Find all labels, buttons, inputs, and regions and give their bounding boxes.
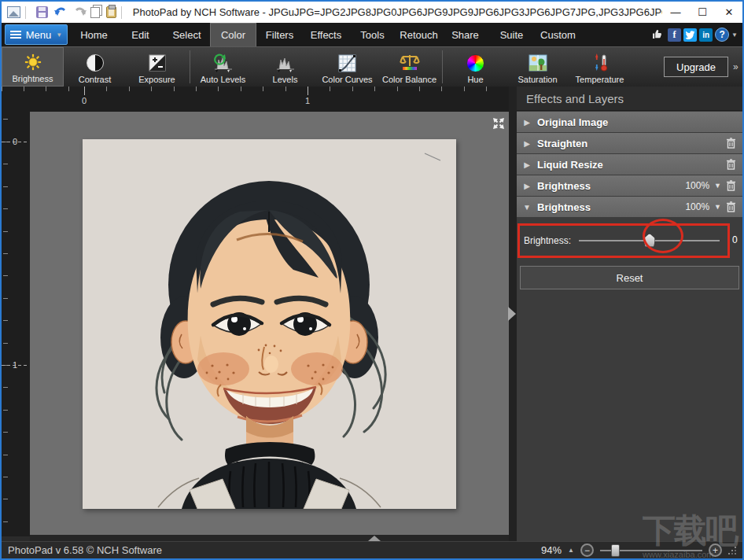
panel-collapse-arrow[interactable] xyxy=(508,307,516,321)
zoom-slider-handle[interactable] xyxy=(611,544,620,557)
tab-retouch[interactable]: Retouch xyxy=(396,23,442,46)
opacity-dropdown[interactable]: 100% xyxy=(685,201,709,212)
photo-image[interactable] xyxy=(83,139,456,509)
chevron-right-icon[interactable]: ▶ xyxy=(517,160,537,169)
linkedin-icon[interactable]: in xyxy=(699,28,713,42)
trash-icon[interactable] xyxy=(726,180,736,191)
portrait-illustration xyxy=(83,139,456,509)
zoom-dropdown-caret[interactable]: ▲ xyxy=(568,547,574,554)
vertical-ruler: 0 1 xyxy=(2,112,30,536)
undo-icon[interactable] xyxy=(53,5,68,20)
chevron-right-icon[interactable]: ▶ xyxy=(517,182,537,190)
divider xyxy=(190,50,190,83)
chevron-down-icon[interactable]: ▼ xyxy=(714,203,721,211)
app-icon xyxy=(7,6,20,18)
close-button[interactable]: ✕ xyxy=(716,2,742,22)
tab-filters[interactable]: Filters xyxy=(256,23,303,46)
canvas-bottom-strip xyxy=(30,535,509,541)
tab-effects[interactable]: Effects xyxy=(303,23,349,46)
maximize-button[interactable]: ☐ xyxy=(689,2,716,22)
tab-suite[interactable]: Suite xyxy=(488,23,535,46)
layer-liquid-resize[interactable]: ▶ Liquid Resize xyxy=(517,154,742,175)
scroll-up-arrow[interactable] xyxy=(368,536,381,541)
hruler-label-1: 1 xyxy=(305,96,310,105)
copy-icon[interactable] xyxy=(90,7,100,18)
tab-select[interactable]: Select xyxy=(164,23,210,46)
horizontal-ruler: 0 1 xyxy=(2,87,509,112)
levels-icon xyxy=(275,53,296,73)
minimize-button[interactable]: — xyxy=(662,2,689,22)
facebook-icon[interactable]: f xyxy=(668,28,681,42)
tab-share[interactable]: Share xyxy=(442,23,488,46)
tool-saturation[interactable]: Saturation xyxy=(506,47,569,87)
like-icon[interactable] xyxy=(652,27,665,43)
zoom-in-button[interactable]: + xyxy=(709,543,722,557)
auto-levels-icon xyxy=(213,53,234,73)
temperature-icon xyxy=(591,53,609,73)
reset-button[interactable]: Reset xyxy=(520,266,739,289)
tool-hue[interactable]: Hue xyxy=(444,47,506,87)
chevron-down-icon[interactable]: ▼ xyxy=(714,182,721,190)
tool-brightness[interactable]: Brightness xyxy=(2,47,64,87)
toolbar-overflow-chevron[interactable]: » xyxy=(733,61,738,72)
twitter-icon[interactable] xyxy=(683,28,697,42)
tab-color[interactable]: Color xyxy=(210,23,256,46)
brightness-slider-label: Brightness: xyxy=(524,235,571,246)
tool-temperature[interactable]: Temperature xyxy=(569,47,631,87)
vruler-label-1: 1 xyxy=(13,360,17,370)
tool-exposure[interactable]: Exposure xyxy=(126,47,188,87)
chevron-down-icon[interactable]: ▼ xyxy=(731,31,738,39)
tool-levels[interactable]: Levels xyxy=(254,47,316,87)
tool-auto-levels[interactable]: Auto Levels xyxy=(192,47,254,87)
layer-straighten[interactable]: ▶ Straighten xyxy=(517,133,742,153)
fullscreen-expand-icon[interactable] xyxy=(491,116,506,131)
hruler-label-0: 0 xyxy=(82,96,87,105)
brightness-slider-row-highlight: Brightness: xyxy=(517,223,730,258)
chevron-right-icon[interactable]: ▶ xyxy=(517,139,537,148)
zoom-percentage[interactable]: 94% xyxy=(541,544,562,556)
chevron-right-icon[interactable]: ▶ xyxy=(517,118,537,127)
chevron-down-icon: ▼ xyxy=(56,31,62,39)
chevron-down-icon[interactable]: ▼ xyxy=(517,203,537,212)
effects-panel: Effects and Layers ▶ Original Image ▶ St… xyxy=(517,87,742,541)
zoom-out-button[interactable]: − xyxy=(580,543,594,557)
tool-contrast[interactable]: Contrast xyxy=(64,47,126,87)
divider xyxy=(442,50,443,83)
window-title: PhotoPad by NCH Software - JPGuJPG=JPG2J… xyxy=(133,6,662,18)
hamburger-icon xyxy=(10,29,21,40)
toolbar: Brightness Contrast Exposure Auto Levels… xyxy=(2,46,742,87)
tab-tools[interactable]: Tools xyxy=(349,23,396,46)
help-icon[interactable]: ? xyxy=(715,28,729,42)
trash-icon[interactable] xyxy=(726,138,736,149)
red-circle-annotation xyxy=(643,219,683,253)
menubar: Menu ▼ Home Edit Select Color Filters Ef… xyxy=(2,23,742,46)
upgrade-button[interactable]: Upgrade xyxy=(664,57,728,77)
color-curves-icon xyxy=(338,53,356,73)
trash-icon[interactable] xyxy=(726,159,736,170)
photopad-window: PhotoPad by NCH Software - JPGuJPG=JPG2J… xyxy=(0,0,744,560)
panel-header: Effects and Layers xyxy=(517,87,742,111)
tool-color-curves[interactable]: Color Curves xyxy=(316,47,378,87)
statusbar: PhotoPad v 6.58 © NCH Software 94% ▲ − + xyxy=(2,541,742,558)
color-balance-icon xyxy=(400,53,420,73)
redo-icon[interactable] xyxy=(73,5,87,20)
layer-brightness-1[interactable]: ▶ Brightness 100% ▼ xyxy=(517,175,742,196)
zoom-slider-track[interactable] xyxy=(600,550,702,551)
tab-custom[interactable]: Custom xyxy=(535,23,581,46)
save-icon[interactable] xyxy=(36,6,48,18)
brightness-sun-icon xyxy=(24,52,42,72)
tab-edit[interactable]: Edit xyxy=(117,23,164,46)
saturation-icon xyxy=(529,53,547,73)
opacity-dropdown[interactable]: 100% xyxy=(685,180,709,191)
tool-color-balance[interactable]: Color Balance xyxy=(378,47,440,87)
vruler-label-0: 0 xyxy=(13,137,17,146)
divider xyxy=(121,6,122,19)
menu-button[interactable]: Menu ▼ xyxy=(5,24,68,45)
resize-grip[interactable] xyxy=(728,547,736,554)
paste-icon[interactable] xyxy=(106,6,116,18)
trash-icon[interactable] xyxy=(726,201,736,212)
layer-brightness-2-expanded[interactable]: ▼ Brightness 100% ▼ xyxy=(517,197,742,217)
contrast-icon xyxy=(87,53,104,73)
tab-home[interactable]: Home xyxy=(71,23,117,46)
layer-original-image[interactable]: ▶ Original Image xyxy=(517,112,742,132)
